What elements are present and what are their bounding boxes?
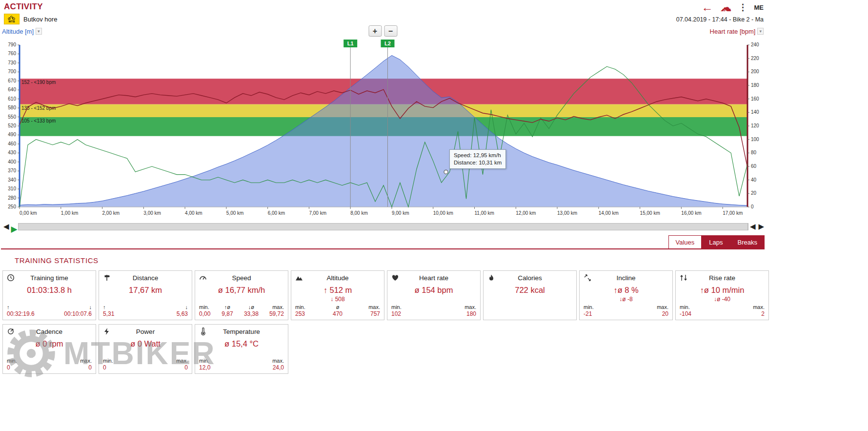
right-tick-label: 180	[751, 82, 759, 88]
stat-title: Calories	[497, 274, 563, 282]
right-tick-label: 240	[751, 42, 759, 47]
signpost-icon	[103, 274, 113, 282]
stat-subvalue: ↓ø -40	[680, 296, 765, 303]
stat-foot-value: 5,31	[103, 310, 115, 318]
stat-title: Power	[113, 328, 178, 335]
chart-plot[interactable]: 152 - <190 bpm133 - <152 bpm105 - <133 b…	[1, 38, 765, 220]
stat-value: ø 154 bpm	[391, 286, 476, 295]
left-tick-label: 730	[8, 60, 16, 65]
stat-foot-value: 470	[332, 310, 343, 318]
tooltip-point	[444, 170, 448, 174]
stat-card-training-time: Training time01:03:13.8 h↑00:32:19.6↓00:…	[2, 270, 96, 320]
chart-header: Altitude [m] ▾ + − Heart rate [bpm] ▾	[1, 24, 765, 38]
stat-foot-value: 180	[464, 310, 476, 318]
stat-title: Training time	[17, 274, 82, 282]
stat-foot-label: ↑ø	[222, 304, 233, 310]
stat-foot-value: -104	[680, 310, 691, 318]
stat-foot-value: 12,0	[199, 364, 211, 371]
stat-foot-value: 33,38	[244, 310, 259, 318]
heart-icon	[391, 274, 401, 282]
stats-heading: TRAINING STATISTICS	[15, 256, 868, 265]
chart-scrollbar: ◀ ▶ ◀ ▶	[2, 221, 766, 232]
right-tick-label: 220	[751, 56, 759, 61]
left-tick-label: 760	[8, 51, 16, 56]
right-tick-label: 40	[751, 177, 757, 183]
stat-foot-label: ↓ø	[244, 304, 259, 310]
right-tick-label: 140	[751, 109, 759, 115]
stat-value: ↑ø 8 %	[584, 286, 668, 295]
stat-foot-value: 20	[657, 310, 668, 318]
more-menu-icon[interactable]: ⋮	[739, 2, 747, 13]
stat-foot-label: min.	[199, 358, 211, 364]
chart-tooltip: Speed: 12,95 km/h Distance: 10,31 km	[449, 149, 506, 169]
stat-foot-label: ø	[332, 304, 343, 310]
stat-title: Distance	[113, 274, 178, 282]
stat-foot-label: max.	[368, 304, 380, 310]
x-tick-label: 4,00 km	[185, 210, 202, 216]
stat-value: ø 16,77 km/h	[199, 286, 284, 295]
stats-section: TRAINING STATISTICS Training time01:03:1…	[0, 256, 868, 374]
left-tick-label: 340	[8, 177, 16, 183]
stat-card-heart-rate: Heart rateø 154 bpmmin.102max.180	[387, 270, 481, 320]
stat-foot-label: min.	[7, 358, 19, 364]
chevron-down-icon[interactable]: ▾	[757, 28, 764, 35]
x-tick-label: 13,00 km	[557, 210, 577, 216]
range-start-handle-icon[interactable]: ▶	[11, 224, 18, 234]
stat-foot-label: max.	[657, 304, 668, 310]
stat-card-power: Powerø 0 Wattmin.0max.0	[99, 324, 192, 374]
stat-foot-value: 2	[753, 310, 765, 318]
tab-values[interactable]: Values	[668, 235, 702, 248]
x-tick-label: 11,00 km	[475, 210, 494, 216]
stat-foot-label: ↑	[7, 304, 35, 310]
back-icon[interactable]: ←	[702, 2, 713, 12]
right-tick-label: 200	[751, 69, 759, 74]
flame-icon	[487, 274, 497, 282]
stat-foot-label: min.	[103, 358, 115, 364]
zoom-out-button[interactable]: −	[384, 25, 397, 37]
stat-card-temperature: Temperatureø 15,4 °Cmin.12,0max.24,0	[195, 324, 288, 374]
stat-foot-label: max.	[272, 358, 284, 364]
stat-value: 722 kcal	[487, 286, 572, 295]
left-tick-label: 640	[8, 87, 16, 92]
x-tick-label: 9,00 km	[392, 210, 409, 216]
scroll-right-icon[interactable]: ▶	[757, 222, 766, 231]
stat-foot-label: ↓	[64, 304, 92, 310]
left-tick-label: 520	[8, 123, 16, 128]
left-tick-label: 610	[8, 96, 16, 102]
stat-foot-value: 24,0	[272, 364, 284, 371]
cloud-sync-icon[interactable]: ☁⟳	[720, 2, 732, 13]
stat-value: ø 15,4 °C	[199, 339, 284, 349]
x-tick-label: 5,00 km	[226, 210, 244, 216]
scrollbar-track[interactable]	[18, 223, 748, 230]
stat-foot-value: 00:32:19.6	[7, 310, 35, 318]
x-tick-label: 2,00 km	[102, 210, 120, 216]
zoom-in-button[interactable]: +	[368, 25, 382, 37]
stat-foot-label: ↓	[176, 304, 188, 310]
scrollbar-thumb[interactable]	[19, 224, 748, 230]
right-tick-label: 100	[751, 137, 759, 142]
stat-foot-value: 0,00	[199, 310, 211, 318]
x-tick-label: 10,00 km	[433, 210, 453, 216]
left-tick-label: 700	[8, 69, 16, 74]
tab-breaks[interactable]: Breaks	[730, 235, 765, 248]
left-tick-label: 250	[8, 204, 16, 209]
tab-laps[interactable]: Laps	[702, 235, 730, 248]
right-tick-label: 80	[751, 150, 757, 155]
stat-foot-value: -21	[584, 310, 595, 318]
scroll-left-icon[interactable]: ◀	[2, 222, 11, 231]
left-tick-label: 460	[8, 141, 16, 146]
right-tick-label: 120	[751, 123, 759, 128]
left-tick-label: 370	[8, 168, 16, 173]
clock-icon	[7, 274, 17, 282]
left-axis-selector[interactable]: Altitude [m] ▾	[2, 28, 42, 35]
scroll-left-end-icon[interactable]: ◀	[748, 222, 757, 231]
x-tick-label: 1,00 km	[61, 210, 79, 216]
right-tick-label: 60	[751, 164, 757, 169]
chevron-down-icon[interactable]: ▾	[36, 28, 42, 35]
left-tick-label: 550	[8, 114, 16, 120]
hr-zone-label: 152 - <190 bpm	[21, 80, 56, 85]
stat-foot-value: 0	[103, 364, 115, 371]
right-axis-selector[interactable]: Heart rate [bpm] ▾	[710, 28, 764, 35]
right-tick-label: 20	[751, 190, 757, 196]
left-axis-label: Altitude [m]	[2, 28, 34, 35]
